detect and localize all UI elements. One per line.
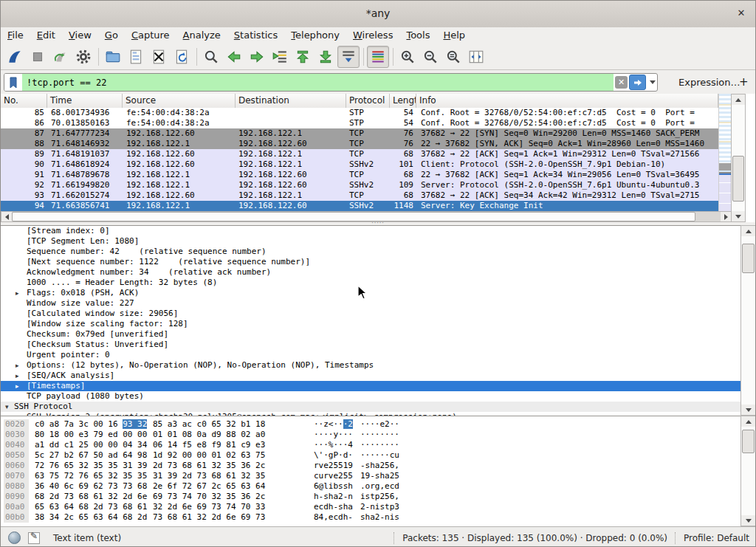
packet-row-88[interactable]: 8871.648146932192.168.122.1192.168.122.6… [1, 139, 718, 149]
detail-line[interactable]: Sequence number: 42 (relative sequence n… [1, 247, 740, 257]
zoom-in-button[interactable] [396, 46, 419, 68]
hex-row[interactable]: 006072 76 65 32 35 35 31 392d 73 68 61 3… [1, 461, 740, 471]
menu-capture[interactable]: Capture [125, 27, 176, 44]
go-to-top-button[interactable] [292, 46, 314, 68]
detail-line[interactable]: [Calculated window size: 29056] [1, 309, 740, 319]
column-header-no[interactable]: No. [1, 94, 47, 108]
column-header-source[interactable]: Source [123, 94, 236, 108]
scroll-up-button[interactable] [732, 94, 745, 105]
find-packet-button[interactable] [200, 46, 222, 68]
expert-info-button[interactable] [8, 531, 21, 544]
hex-row[interactable]: 00505c 27 b2 67 50 ad 64 981d 92 00 00 0… [1, 450, 740, 461]
capture-options-button[interactable] [72, 46, 94, 68]
hex-row[interactable]: 007063 75 72 76 65 32 35 3531 39 2d 73 6… [1, 471, 740, 481]
menu-analyze[interactable]: Analyze [176, 27, 227, 44]
column-header-protocol[interactable]: Protocol [346, 94, 390, 108]
filter-clear-button[interactable]: ✕ [615, 76, 628, 89]
open-file-button[interactable] [102, 46, 124, 68]
menu-edit[interactable]: Edit [30, 27, 62, 44]
hex-row[interactable]: 009068 2d 73 68 61 32 2d 6e69 73 74 70 3… [1, 492, 740, 502]
detail-line-ssh-protocol[interactable]: ▾SSH Protocol [1, 402, 740, 412]
detail-line[interactable]: [TCP Segment Len: 1080] [1, 236, 740, 247]
auto-scroll-button[interactable] [337, 46, 360, 68]
menu-tools[interactable]: Tools [399, 27, 436, 44]
hex-row[interactable]: 00a065 63 64 68 2d 73 68 6132 2d 6e 69 7… [1, 502, 740, 512]
detail-line-options[interactable]: ▸Options: (12 bytes), No-Operation (NOP)… [1, 360, 740, 371]
packet-row-91[interactable]: 9171.648789678192.168.122.1192.168.122.6… [1, 170, 718, 180]
detail-line-timestamps-selected[interactable]: ▸[Timestamps] [1, 381, 740, 391]
filter-bookmark-button[interactable] [4, 74, 22, 91]
hex-row[interactable]: 008036 40 6c 69 62 73 73 682e 6f 72 67 2… [1, 481, 740, 492]
detail-line[interactable]: [Next sequence number: 1122 (relative se… [1, 257, 740, 267]
detail-line[interactable]: Urgent pointer: 0 [1, 350, 740, 360]
column-header-length[interactable]: Length [390, 94, 416, 108]
hscrollbar-thumb[interactable] [12, 212, 695, 221]
scroll-down-button[interactable] [732, 211, 745, 221]
packet-row-90[interactable]: 9071.648618924192.168.122.60192.168.122.… [1, 159, 718, 170]
column-header-time[interactable]: Time [47, 94, 123, 108]
packet-row-87[interactable]: 8771.647777234192.168.122.60192.168.122.… [1, 128, 718, 139]
scroll-down-button[interactable] [741, 515, 755, 526]
expression-button[interactable]: Expression… [678, 77, 740, 88]
scroll-up-button[interactable] [741, 226, 755, 236]
menu-file[interactable]: File [1, 27, 30, 44]
scroll-left-button[interactable] [1, 212, 12, 221]
packet-row-92[interactable]: 9271.661949820192.168.122.1192.168.122.6… [1, 180, 718, 190]
profile-button[interactable]: Profile: Default [684, 533, 749, 543]
restart-capture-button[interactable] [49, 46, 72, 68]
detail-line[interactable]: Acknowledgment number: 34 (relative ack … [1, 267, 740, 278]
filter-apply-button[interactable] [629, 75, 646, 90]
packet-row-86[interactable]: 8670.013850163fe:54:00:d4:38:2aSTP54Conf… [1, 118, 718, 128]
packet-row-85[interactable]: 8568.001734936fe:54:00:d4:38:2aSTP54Conf… [1, 108, 718, 118]
detail-line[interactable]: TCP payload (1080 bytes) [1, 391, 740, 402]
detail-line[interactable]: 1000 .... = Header Length: 32 bytes (8) [1, 278, 740, 288]
menu-statistics[interactable]: Statistics [227, 27, 284, 44]
hex-row[interactable]: 0040a1 dd c1 25 00 00 04 3406 14 f5 e8 f… [1, 440, 740, 450]
menu-help[interactable]: Help [436, 27, 472, 44]
go-back-button[interactable] [223, 46, 245, 68]
colorize-button[interactable] [367, 46, 389, 68]
menu-telephony[interactable]: Telephony [284, 27, 346, 44]
hex-row[interactable]: 003080 18 00 e3 79 ed 00 0001 01 08 0a d… [1, 430, 740, 440]
detail-line-flags[interactable]: ▸Flags: 0x018 (PSH, ACK) [1, 288, 740, 298]
reload-file-button[interactable] [171, 46, 193, 68]
filter-input[interactable] [22, 74, 614, 91]
add-filter-button[interactable]: + [739, 75, 749, 89]
detail-line[interactable]: [Window size scaling factor: 128] [1, 319, 740, 329]
detail-line[interactable]: [Stream index: 0] [1, 226, 740, 236]
menu-wireless[interactable]: Wireless [346, 27, 399, 44]
scrollbar-thumb[interactable] [742, 244, 755, 273]
packet-row-94-selected[interactable]: 9471.663856741192.168.122.1192.168.122.6… [1, 201, 718, 211]
zoom-out-button[interactable] [419, 46, 441, 68]
detail-line-seqack[interactable]: ▸[SEQ/ACK analysis] [1, 371, 740, 381]
menu-go[interactable]: Go [98, 27, 125, 44]
detail-line[interactable]: Window size value: 227 [1, 298, 740, 309]
hex-row[interactable]: 00b038 34 2c 65 63 64 68 2d73 68 61 32 2… [1, 512, 740, 523]
detail-line[interactable]: [Checksum Status: Unverified] [1, 340, 740, 350]
scroll-down-button[interactable] [741, 405, 755, 415]
column-header-destination[interactable]: Destination [236, 94, 346, 108]
scrollbar-thumb[interactable] [732, 156, 744, 202]
go-forward-button[interactable] [246, 46, 268, 68]
packet-row-93[interactable]: 9371.662015274192.168.122.60192.168.122.… [1, 190, 718, 201]
resize-columns-button[interactable] [465, 46, 487, 68]
filter-history-caret[interactable] [647, 74, 657, 91]
go-to-packet-button[interactable] [269, 46, 291, 68]
scroll-right-button[interactable] [721, 212, 731, 221]
save-file-button[interactable] [125, 46, 147, 68]
close-button[interactable]: ✕ [735, 7, 748, 20]
zoom-original-button[interactable] [442, 46, 464, 68]
column-header-info[interactable]: Info [416, 94, 718, 108]
packet-list-minimap[interactable] [718, 94, 732, 221]
detail-line[interactable]: Checksum: 0x79ed [unverified] [1, 329, 740, 340]
menu-view[interactable]: View [62, 27, 98, 44]
start-capture-button[interactable] [4, 46, 26, 68]
packet-row-89[interactable]: 8971.648191037192.168.122.60192.168.122.… [1, 149, 718, 159]
close-file-button[interactable] [148, 46, 170, 68]
capture-comment-button[interactable]: ✎ [28, 532, 40, 544]
hex-row[interactable]: 0020c0 a8 7a 3c 00 16 93 3285 a3 ac c0 6… [1, 419, 740, 430]
scroll-up-button[interactable] [741, 416, 755, 427]
stop-capture-button[interactable] [27, 46, 49, 68]
scrollbar-thumb[interactable] [742, 430, 755, 453]
go-to-bottom-button[interactable] [315, 46, 337, 68]
